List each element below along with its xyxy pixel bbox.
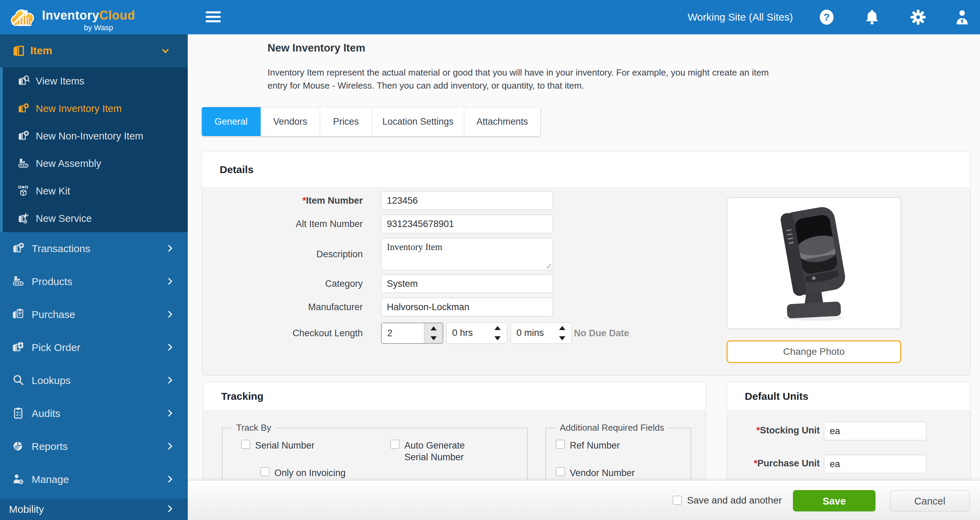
default-units-panel-header: Default Units [727, 382, 970, 411]
user-gear-icon [12, 472, 25, 486]
hours-step-up[interactable] [488, 323, 507, 333]
minutes-step-up[interactable] [553, 323, 571, 333]
item-number-input[interactable] [381, 191, 553, 210]
category-input[interactable] [381, 274, 553, 293]
checkout-days-stepper[interactable]: 2 [381, 322, 443, 344]
chevron-right-icon [165, 344, 172, 351]
manufacturer-input[interactable] [381, 298, 553, 316]
only-on-invoicing-checkbox[interactable] [260, 467, 270, 476]
menu-toggle-icon[interactable] [206, 11, 221, 23]
checkout-minutes-stepper[interactable]: 0 mins [511, 322, 572, 344]
tab-vendors[interactable]: Vendors [261, 107, 320, 136]
ref-number-label: Ref Number [570, 440, 620, 451]
cancel-button[interactable]: Cancel [890, 490, 970, 511]
alt-item-number-input[interactable] [381, 215, 553, 233]
vendor-number-checkbox[interactable] [556, 467, 565, 476]
days-step-down[interactable] [424, 333, 442, 343]
page-title: New Inventory Item [267, 42, 365, 54]
chevron-right-icon [165, 505, 172, 512]
description-textarea[interactable] [381, 238, 553, 270]
sidebar-item-purchase[interactable]: Purchase [0, 298, 188, 331]
checklist-icon [12, 407, 25, 420]
tracking-panel-title: Tracking [221, 382, 263, 411]
topbar: InventoryCloud by Wasp Working Site (All… [0, 0, 980, 34]
ref-number-option: Ref Number [556, 440, 620, 451]
sidebar-item-group[interactable]: Item [0, 34, 188, 67]
box-wrench-icon [17, 212, 30, 225]
user-account-icon[interactable] [954, 9, 970, 25]
checkout-hours-stepper[interactable]: 0 hrs [446, 322, 507, 344]
box-plus-icon [12, 242, 25, 255]
clipboard-icon [12, 308, 25, 321]
details-panel-title: Details [220, 151, 253, 188]
auto-generate-serial-option: Auto Generate Serial Number [390, 440, 493, 463]
sidebar-item-audits[interactable]: Audits [0, 397, 188, 430]
sidebar: Item View Items New Inventory Item [0, 34, 188, 520]
tab-attachments[interactable]: Attachments [464, 107, 540, 136]
sidebar-item-manage[interactable]: Manage [0, 463, 188, 496]
sidebar-item-view-items[interactable]: View Items [3, 67, 188, 95]
save-and-add-another-checkbox[interactable] [673, 496, 682, 505]
stocking-unit-input[interactable] [824, 422, 926, 440]
sidebar-item-pick-order[interactable]: Pick Order [0, 331, 188, 364]
manufacturer-label: Manufacturer [223, 298, 363, 316]
sidebar-item-transactions[interactable]: Transactions [0, 232, 188, 265]
serial-number-option: Serial Number [241, 440, 315, 451]
sidebar-item-lookups[interactable]: Lookups [0, 364, 188, 397]
notifications-icon[interactable] [864, 9, 880, 25]
sidebar-item-new-service[interactable]: New Service [3, 205, 188, 232]
cloud-logo-icon [9, 4, 38, 30]
box-plus-icon [17, 102, 30, 115]
serial-number-checkbox[interactable] [241, 440, 250, 449]
chevron-right-icon [165, 443, 172, 450]
checkout-days-value[interactable]: 2 [382, 323, 424, 343]
kit-boxes-icon [17, 185, 30, 197]
minutes-step-down[interactable] [553, 333, 571, 344]
help-icon[interactable]: ? [818, 9, 835, 25]
checkout-minutes-value[interactable]: 0 mins [511, 323, 553, 344]
details-panel-header: Details [202, 151, 970, 188]
additional-required-fields-legend: Additional Required Fields [556, 422, 668, 433]
vendor-number-option: Vendor Number [556, 467, 635, 479]
tab-bar: General Vendors Prices Location Settings… [202, 107, 541, 136]
tracking-panel-header: Tracking [203, 382, 706, 411]
checkout-hours-value[interactable]: 0 hrs [447, 323, 488, 344]
alt-item-number-label: Alt Item Number [223, 215, 363, 233]
main-content: New Inventory Item Inventory Item repres… [188, 34, 980, 520]
stocking-unit-label: *Stocking Unit [747, 424, 820, 437]
working-site-selector[interactable]: Working Site (All Sites) [688, 0, 793, 34]
inventorycloud-app: InventoryCloud by Wasp Working Site (All… [0, 0, 980, 520]
box-plus-icon [17, 130, 30, 142]
ref-number-checkbox[interactable] [556, 440, 565, 449]
chevron-right-icon [165, 245, 172, 252]
item-photo [727, 197, 901, 329]
auto-generate-serial-label: Auto Generate Serial Number [404, 440, 490, 463]
change-photo-button[interactable]: Change Photo [727, 340, 901, 363]
assembly-conveyor-icon [17, 157, 30, 170]
sidebar-item-mobility[interactable]: Mobility [0, 499, 188, 520]
sidebar-item-submenu: View Items New Inventory Item New Non-In… [0, 67, 188, 232]
tab-prices[interactable]: Prices [320, 107, 372, 136]
logo-wordmark: InventoryCloud [42, 8, 135, 23]
sidebar-item-reports[interactable]: Reports [0, 430, 188, 463]
sidebar-item-products[interactable]: Products [0, 265, 188, 298]
sidebar-item-new-inventory-item[interactable]: New Inventory Item [3, 95, 188, 122]
purchase-unit-input[interactable] [824, 455, 926, 473]
save-button[interactable]: Save [793, 490, 875, 511]
days-step-up[interactable] [424, 323, 442, 333]
page-description: Inventory Item represent the actual mate… [267, 66, 783, 92]
sidebar-item-new-non-inventory-item[interactable]: New Non-Inventory Item [3, 122, 188, 150]
sidebar-item-new-assembly[interactable]: New Assembly [3, 150, 188, 177]
svg-text:?: ? [824, 11, 830, 23]
settings-gear-icon[interactable] [910, 9, 926, 25]
sidebar-item-new-kit[interactable]: New Kit [3, 177, 188, 205]
chevron-right-icon [165, 476, 172, 483]
conveyor-icon [12, 275, 25, 288]
no-due-date-label: No Due Date [574, 322, 629, 344]
app-logo[interactable]: InventoryCloud by Wasp [9, 3, 153, 31]
tab-location-settings[interactable]: Location Settings [372, 107, 464, 136]
item-box-icon [12, 43, 27, 59]
hours-step-down[interactable] [488, 333, 507, 344]
tab-general[interactable]: General [202, 107, 261, 136]
auto-generate-serial-checkbox[interactable] [390, 440, 399, 449]
